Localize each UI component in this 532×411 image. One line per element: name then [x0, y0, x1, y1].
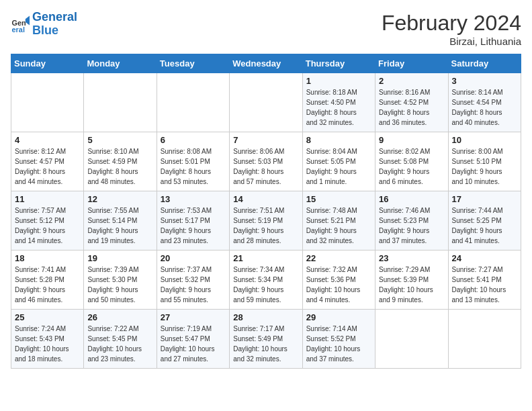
day-of-week-header: Thursday: [302, 54, 375, 73]
day-content: Sunrise: 7:39 AM Sunset: 5:30 PM Dayligh…: [87, 265, 152, 305]
day-number: 26: [87, 312, 152, 322]
day-number: 22: [306, 253, 371, 263]
day-number: 12: [87, 194, 152, 204]
day-content: Sunrise: 8:18 AM Sunset: 4:50 PM Dayligh…: [306, 87, 371, 128]
calendar-cell: 17Sunrise: 7:44 AM Sunset: 5:25 PM Dayli…: [448, 191, 521, 250]
day-content: Sunrise: 8:08 AM Sunset: 5:01 PM Dayligh…: [161, 146, 226, 187]
calendar-cell: [84, 73, 157, 132]
day-content: Sunrise: 7:55 AM Sunset: 5:14 PM Dayligh…: [87, 205, 152, 246]
day-content: Sunrise: 7:53 AM Sunset: 5:17 PM Dayligh…: [161, 205, 226, 246]
day-content: Sunrise: 7:27 AM Sunset: 5:41 PM Dayligh…: [452, 265, 517, 305]
day-number: 9: [379, 135, 444, 145]
calendar-cell: 5Sunrise: 8:10 AM Sunset: 4:59 PM Daylig…: [84, 132, 157, 191]
day-number: 10: [452, 135, 517, 145]
day-number: 20: [161, 253, 226, 263]
day-content: Sunrise: 7:22 AM Sunset: 5:45 PM Dayligh…: [87, 324, 152, 364]
calendar-cell: 21Sunrise: 7:34 AM Sunset: 5:34 PM Dayli…: [230, 250, 302, 310]
calendar-cell: 11Sunrise: 7:57 AM Sunset: 5:12 PM Dayli…: [11, 191, 84, 250]
day-of-week-header: Tuesday: [157, 54, 229, 73]
day-content: Sunrise: 8:10 AM Sunset: 4:59 PM Dayligh…: [87, 146, 152, 187]
day-number: 19: [87, 253, 152, 263]
day-content: Sunrise: 7:41 AM Sunset: 5:28 PM Dayligh…: [15, 265, 80, 305]
day-content: Sunrise: 7:44 AM Sunset: 5:25 PM Dayligh…: [452, 205, 517, 246]
calendar-cell: 14Sunrise: 7:51 AM Sunset: 5:19 PM Dayli…: [230, 191, 302, 250]
calendar-cell: 18Sunrise: 7:41 AM Sunset: 5:28 PM Dayli…: [11, 250, 84, 310]
day-number: 5: [87, 135, 152, 145]
calendar-week-row: 1Sunrise: 8:18 AM Sunset: 4:50 PM Daylig…: [11, 73, 521, 132]
day-content: Sunrise: 8:12 AM Sunset: 4:57 PM Dayligh…: [15, 146, 80, 187]
calendar-cell: 2Sunrise: 8:16 AM Sunset: 4:52 PM Daylig…: [375, 73, 448, 132]
day-number: 15: [306, 194, 371, 204]
calendar-cell: [448, 310, 521, 369]
day-content: Sunrise: 7:46 AM Sunset: 5:23 PM Dayligh…: [379, 205, 444, 246]
day-number: 29: [306, 312, 371, 322]
day-content: Sunrise: 7:51 AM Sunset: 5:19 PM Dayligh…: [233, 205, 298, 246]
day-content: Sunrise: 7:37 AM Sunset: 5:32 PM Dayligh…: [161, 265, 226, 305]
day-of-week-header: Monday: [84, 54, 157, 73]
calendar-cell: 27Sunrise: 7:19 AM Sunset: 5:47 PM Dayli…: [157, 310, 229, 369]
day-content: Sunrise: 7:24 AM Sunset: 5:43 PM Dayligh…: [15, 324, 80, 364]
day-number: 7: [233, 135, 298, 145]
day-number: 24: [452, 253, 517, 263]
calendar-cell: 12Sunrise: 7:55 AM Sunset: 5:14 PM Dayli…: [84, 191, 157, 250]
day-content: Sunrise: 7:57 AM Sunset: 5:12 PM Dayligh…: [15, 205, 80, 246]
day-number: 13: [161, 194, 226, 204]
day-number: 4: [15, 135, 80, 145]
day-content: Sunrise: 7:14 AM Sunset: 5:52 PM Dayligh…: [306, 324, 371, 364]
day-content: Sunrise: 7:34 AM Sunset: 5:34 PM Dayligh…: [233, 265, 298, 305]
day-content: Sunrise: 7:17 AM Sunset: 5:49 PM Dayligh…: [233, 324, 298, 364]
day-number: 27: [161, 312, 226, 322]
calendar-week-row: 18Sunrise: 7:41 AM Sunset: 5:28 PM Dayli…: [11, 250, 521, 310]
calendar-cell: 24Sunrise: 7:27 AM Sunset: 5:41 PM Dayli…: [448, 250, 521, 310]
day-number: 21: [233, 253, 298, 263]
day-number: 23: [379, 253, 444, 263]
day-content: Sunrise: 8:16 AM Sunset: 4:52 PM Dayligh…: [379, 87, 444, 128]
calendar-cell: 13Sunrise: 7:53 AM Sunset: 5:17 PM Dayli…: [157, 191, 229, 250]
page-header: Gen eral GeneralBlue February 2024 Birza…: [11, 11, 521, 47]
calendar-cell: [230, 73, 302, 132]
calendar-cell: 25Sunrise: 7:24 AM Sunset: 5:43 PM Dayli…: [11, 310, 84, 369]
calendar-cell: 10Sunrise: 8:00 AM Sunset: 5:10 PM Dayli…: [448, 132, 521, 191]
day-number: 6: [161, 135, 226, 145]
calendar-cell: 29Sunrise: 7:14 AM Sunset: 5:52 PM Dayli…: [302, 310, 375, 369]
day-content: Sunrise: 7:32 AM Sunset: 5:36 PM Dayligh…: [306, 265, 371, 305]
calendar-cell: 19Sunrise: 7:39 AM Sunset: 5:30 PM Dayli…: [84, 250, 157, 310]
title-block: February 2024 Birzai, Lithuania: [382, 11, 521, 47]
calendar-cell: 9Sunrise: 8:02 AM Sunset: 5:08 PM Daylig…: [375, 132, 448, 191]
calendar-table: SundayMondayTuesdayWednesdayThursdayFrid…: [11, 54, 521, 369]
day-number: 25: [15, 312, 80, 322]
calendar-cell: 16Sunrise: 7:46 AM Sunset: 5:23 PM Dayli…: [375, 191, 448, 250]
calendar-cell: [375, 310, 448, 369]
location: Birzai, Lithuania: [382, 36, 521, 47]
day-content: Sunrise: 8:00 AM Sunset: 5:10 PM Dayligh…: [452, 146, 517, 187]
day-number: 16: [379, 194, 444, 204]
days-header-row: SundayMondayTuesdayWednesdayThursdayFrid…: [11, 54, 521, 73]
month-title: February 2024: [382, 11, 521, 36]
day-number: 11: [15, 194, 80, 204]
calendar-cell: 20Sunrise: 7:37 AM Sunset: 5:32 PM Dayli…: [157, 250, 229, 310]
calendar-cell: 22Sunrise: 7:32 AM Sunset: 5:36 PM Dayli…: [302, 250, 375, 310]
day-number: 17: [452, 194, 517, 204]
day-number: 1: [306, 76, 371, 86]
day-content: Sunrise: 8:04 AM Sunset: 5:05 PM Dayligh…: [306, 146, 371, 187]
day-of-week-header: Sunday: [11, 54, 84, 73]
calendar-cell: 6Sunrise: 8:08 AM Sunset: 5:01 PM Daylig…: [157, 132, 229, 191]
calendar-cell: 8Sunrise: 8:04 AM Sunset: 5:05 PM Daylig…: [302, 132, 375, 191]
day-content: Sunrise: 8:06 AM Sunset: 5:03 PM Dayligh…: [233, 146, 298, 187]
day-content: Sunrise: 8:02 AM Sunset: 5:08 PM Dayligh…: [379, 146, 444, 187]
day-number: 8: [306, 135, 371, 145]
logo: Gen eral GeneralBlue: [11, 11, 77, 38]
day-content: Sunrise: 7:19 AM Sunset: 5:47 PM Dayligh…: [161, 324, 226, 364]
calendar-cell: 28Sunrise: 7:17 AM Sunset: 5:49 PM Dayli…: [230, 310, 302, 369]
day-content: Sunrise: 8:14 AM Sunset: 4:54 PM Dayligh…: [452, 87, 517, 128]
day-of-week-header: Wednesday: [230, 54, 302, 73]
day-number: 3: [452, 76, 517, 86]
day-of-week-header: Saturday: [448, 54, 521, 73]
day-content: Sunrise: 7:48 AM Sunset: 5:21 PM Dayligh…: [306, 205, 371, 246]
calendar-cell: 1Sunrise: 8:18 AM Sunset: 4:50 PM Daylig…: [302, 73, 375, 132]
day-number: 2: [379, 76, 444, 86]
calendar-week-row: 4Sunrise: 8:12 AM Sunset: 4:57 PM Daylig…: [11, 132, 521, 191]
calendar-week-row: 11Sunrise: 7:57 AM Sunset: 5:12 PM Dayli…: [11, 191, 521, 250]
calendar-cell: 3Sunrise: 8:14 AM Sunset: 4:54 PM Daylig…: [448, 73, 521, 132]
calendar-cell: [11, 73, 84, 132]
